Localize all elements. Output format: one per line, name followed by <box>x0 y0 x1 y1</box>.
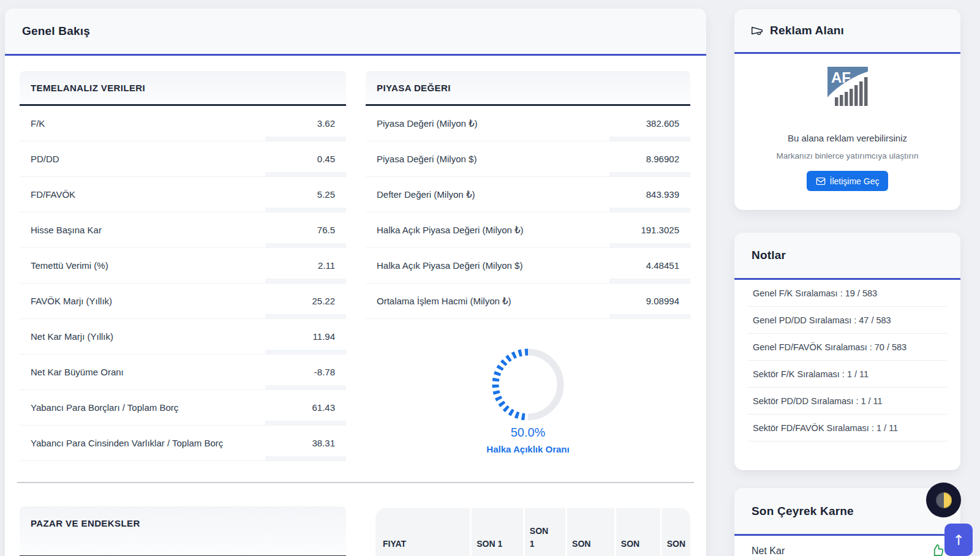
row-label: Net Kar Büyüme Oranı <box>20 355 265 390</box>
row-value: 2.11 <box>265 248 346 284</box>
notes-card-title: Notlar <box>752 249 786 262</box>
row-value: 38.31 <box>265 426 346 461</box>
table-row: FD/FAVÖK 5.25 <box>20 177 346 212</box>
gauge-caption: Halka Açıklık Oranı <box>486 444 569 454</box>
row-value: 61.43 <box>265 390 346 426</box>
market-indices-section-header: PAZAR VE ENDEKSLER <box>20 506 346 556</box>
row-label: Yabancı Para Cinsinden Varlıklar / Topla… <box>20 426 265 461</box>
price-table-header-row: FIYAT SON 1 SON 1 SON SON SON <box>375 508 690 556</box>
table-row: Ortalama İşlem Hacmi (Milyon ₺) 9.08994 <box>366 284 690 319</box>
row-label: PD/DD <box>20 141 265 177</box>
column-header-son: SON <box>616 508 660 556</box>
market-value-table: PIYASA DEĞERI Piyasa Değeri (Milyon ₺) 3… <box>366 71 690 319</box>
row-label: Defter Değeri (Milyon ₺) <box>366 177 609 212</box>
row-label: Net Kar Marjı (Yıllık) <box>20 319 265 355</box>
contact-button-label: İletişime Geç <box>830 176 880 186</box>
notes-card-header: Notlar <box>734 233 960 280</box>
row-label: Ortalama İşlem Hacmi (Milyon ₺) <box>366 284 609 319</box>
row-value: 9.08994 <box>609 284 690 319</box>
row-label: Net Kar <box>752 546 785 556</box>
sidebar: Reklam Alanı AF Bu <box>734 9 960 556</box>
table-row: Yabancı Para Borçları / Toplam Borç 61.4… <box>20 390 346 426</box>
row-value: 11.94 <box>265 319 346 355</box>
list-item: Genel F/K Sıralaması : 19 / 583 <box>748 280 947 307</box>
donut-gauge-chart <box>488 345 568 424</box>
ad-card-title: Reklam Alanı <box>770 24 844 37</box>
column-header-son1b: SON 1 <box>525 508 565 556</box>
list-item: Sektör PD/DD Sıralaması : 1 / 11 <box>748 388 947 415</box>
table-row: Hisse Başına Kar 76.5 <box>20 212 346 248</box>
table-row: Net Kar Marjı (Yıllık) 11.94 <box>20 319 346 355</box>
thumbs-up-icon <box>930 544 944 556</box>
megaphone-icon <box>750 24 764 37</box>
row-label: FD/FAVÖK <box>20 177 265 212</box>
page-title: Genel Bakış <box>22 24 90 38</box>
section-divider <box>17 482 694 483</box>
table-row: Net Kar Büyüme Oranı -8.78 <box>20 355 346 390</box>
row-value: 8.96902 <box>609 141 690 177</box>
row-value: 76.5 <box>265 212 346 248</box>
table-row: PD/DD 0.45 <box>20 141 346 177</box>
list-item: Genel FD/FAVÖK Sıralaması : 70 / 583 <box>748 334 947 361</box>
row-value: 4.48451 <box>609 248 690 284</box>
table-row: Piyasa Değeri (Milyon $) 8.96902 <box>366 141 690 177</box>
row-value: 25.22 <box>265 284 346 319</box>
row-label: Hisse Başına Kar <box>20 212 265 248</box>
row-value: 0.45 <box>265 141 346 177</box>
row-label: Piyasa Değeri (Milyon $) <box>366 141 609 177</box>
row-label: FAVÖK Marjı (Yıllık) <box>20 284 265 319</box>
overview-card-header: Genel Bakış <box>5 9 706 56</box>
column-header-son: SON <box>567 508 614 556</box>
scroll-to-top-button[interactable]: ↑ <box>944 524 973 556</box>
row-label: Halka Açık Piyasa Değeri (Milyon $) <box>366 248 609 284</box>
ad-card: Reklam Alanı AF Bu <box>734 9 960 210</box>
row-value: 5.25 <box>265 177 346 212</box>
table-row: Net Kar <box>734 536 960 556</box>
overview-card: Genel Bakış TEMELANALIZ VERILERI F/K 3.6… <box>5 9 706 556</box>
mail-icon <box>816 176 826 186</box>
column-header-fiyat: FIYAT <box>375 508 470 556</box>
ad-text-primary: Bu alana reklam verebilirsiniz <box>788 133 907 143</box>
table-row: Temettü Verimi (%) 2.11 <box>20 248 346 284</box>
table-row: F/K 3.62 <box>20 106 346 141</box>
market-value-table-header: PIYASA DEĞERI <box>366 71 690 106</box>
ad-text-secondary: Markanızı binlerce yatırımcıya ulaştırın <box>777 151 919 160</box>
row-value: 843.939 <box>609 177 690 212</box>
row-value: -8.78 <box>265 355 346 390</box>
free-float-gauge: 50.0% Halka Açıklık Oranı <box>366 345 690 454</box>
list-item: Genel PD/DD Sıralaması : 47 / 583 <box>748 307 947 334</box>
row-value: 191.3025 <box>609 212 690 248</box>
table-row: Halka Açık Piyasa Değeri (Milyon ₺) 191.… <box>366 212 690 248</box>
gauge-percent-value: 50.0% <box>511 426 546 440</box>
column-header-son1: SON 1 <box>472 508 523 556</box>
table-row: Piyasa Değeri (Milyon ₺) 382.605 <box>366 106 690 141</box>
contact-button[interactable]: İletişime Geç <box>807 171 889 191</box>
row-label: Temettü Verimi (%) <box>20 248 265 284</box>
notes-card: Notlar Genel F/K Sıralaması : 19 / 583 G… <box>734 233 960 470</box>
af-logo: AF <box>827 67 868 110</box>
table-row: Halka Açık Piyasa Değeri (Milyon $) 4.48… <box>366 248 690 284</box>
half-moon-icon <box>936 492 952 508</box>
row-label: Piyasa Değeri (Milyon ₺) <box>366 106 609 141</box>
page: { "colors": { "accent_blue": "#4052c8", … <box>0 0 980 556</box>
row-label: Yabancı Para Borçları / Toplam Borç <box>20 390 265 426</box>
last-quarter-card-title: Son Çeyrek Karne <box>752 505 854 518</box>
row-label: Halka Açık Piyasa Değeri (Milyon ₺) <box>366 212 609 248</box>
list-item: Sektör F/K Sıralaması : 1 / 11 <box>748 361 947 388</box>
table-row: Defter Değeri (Milyon ₺) 843.939 <box>366 177 690 212</box>
list-item: Sektör FD/FAVÖK Sıralaması : 1 / 11 <box>748 415 947 441</box>
row-value: 3.62 <box>265 106 346 141</box>
row-value: 382.605 <box>609 106 690 141</box>
table-row: Yabancı Para Cinsinden Varlıklar / Topla… <box>20 426 346 461</box>
svg-text:AF: AF <box>831 69 851 86</box>
table-row: FAVÖK Marjı (Yıllık) 25.22 <box>20 284 346 319</box>
notes-list: Genel F/K Sıralaması : 19 / 583 Genel PD… <box>734 280 960 441</box>
arrow-up-icon: ↑ <box>952 532 964 548</box>
theme-toggle-button[interactable] <box>926 483 961 517</box>
fundamental-table: TEMELANALIZ VERILERI F/K 3.62 PD/DD 0.45… <box>20 71 346 461</box>
ad-card-header: Reklam Alanı <box>734 9 960 54</box>
column-header-son: SON <box>662 508 690 556</box>
row-label: F/K <box>20 106 265 141</box>
fundamental-table-header: TEMELANALIZ VERILERI <box>20 71 346 106</box>
